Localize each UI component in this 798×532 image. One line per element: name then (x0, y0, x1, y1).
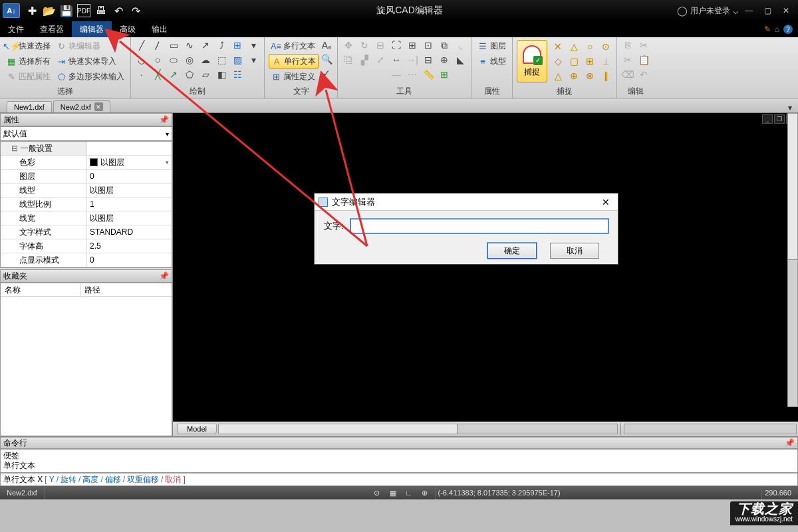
attdef-button[interactable]: ⊞属性定义 (269, 69, 319, 84)
quick-select-button[interactable]: ↖⚡快速选择 (4, 39, 53, 53)
arc-icon[interactable]: ◡ (135, 53, 148, 66)
canvas-min-icon[interactable]: _ (762, 114, 773, 124)
h-scrollbar-left[interactable] (218, 424, 618, 434)
dialog-titlebar[interactable]: 文字编辑器 ✕ (315, 194, 618, 211)
ellipse-icon[interactable]: ⬭ (167, 53, 180, 66)
revcloud-icon[interactable]: ☁ (199, 53, 212, 66)
prop-row[interactable]: 线型以图层 (1, 184, 172, 198)
line-icon[interactable]: ╱ (135, 39, 148, 52)
circle-icon[interactable]: ○ (151, 53, 164, 66)
point-icon[interactable]: · (135, 68, 148, 81)
save-icon[interactable]: 💾 (60, 4, 73, 17)
snap-tan-icon[interactable]: △ (551, 69, 565, 82)
menu-editor[interactable]: 编辑器 (72, 21, 112, 37)
xline-icon[interactable]: ╳ (151, 68, 164, 81)
snap-end-icon[interactable]: ✕ (551, 40, 565, 53)
measure-icon[interactable]: 📏 (422, 68, 435, 81)
prop-group-header[interactable]: 一般设置 (1, 142, 172, 156)
close-icon[interactable]: ✕ (778, 6, 794, 15)
polygon2-icon[interactable]: ⬠ (183, 68, 196, 81)
group-icon[interactable]: ⊞ (438, 68, 451, 81)
vertical-scrollbar[interactable] (787, 113, 798, 407)
ray-icon[interactable]: ↗ (167, 68, 180, 81)
table-icon[interactable]: ☷ (231, 68, 244, 81)
poly-entity-input-button[interactable]: ⬠多边形实体输入 (54, 69, 126, 84)
doc-tab[interactable]: New2.dxf✕ (53, 100, 110, 112)
style-icon[interactable]: ✎ (764, 25, 771, 34)
favorites-col-path[interactable]: 路径 (80, 283, 104, 296)
fast-entity-import-button[interactable]: ⇥快速实体导入 (54, 54, 126, 68)
break-icon[interactable]: ⊟ (422, 53, 435, 66)
hatch-drop-icon[interactable]: ▾ (247, 53, 260, 66)
snap-int-icon[interactable]: ▢ (567, 55, 581, 68)
snap-quad-icon[interactable]: ◇ (551, 55, 565, 68)
stext-button[interactable]: A单行文本 (269, 54, 319, 68)
cancel-button[interactable]: 取消 (550, 243, 599, 259)
snap-cen-icon[interactable]: ○ (583, 40, 597, 53)
boundary-icon[interactable]: ◧ (215, 68, 228, 81)
command-prompt[interactable]: 单行文本 X [ Y/ 旋转/ 高度/ 偏移/ 双重偏移/ 取消 ] (0, 473, 798, 486)
snap-near-icon[interactable]: ⊕ (567, 69, 581, 82)
rect-icon[interactable]: ▭ (167, 39, 180, 52)
user-chevron-icon[interactable]: ⌵ (733, 5, 738, 16)
array-icon[interactable]: ⊡ (422, 39, 435, 52)
status-grid-icon[interactable]: ▦ (387, 489, 399, 497)
pdf-icon[interactable]: PDF (77, 4, 90, 17)
menu-advanced[interactable]: 高级 (112, 21, 144, 37)
polyline-icon[interactable]: 〳 (151, 39, 164, 52)
status-ortho-icon[interactable]: ∟ (403, 489, 415, 497)
drawing-canvas[interactable]: _ ❐ ✕ (173, 113, 798, 422)
select-all-button[interactable]: ▦选择所有 (4, 54, 53, 68)
print-icon[interactable]: 🖶 (94, 4, 108, 17)
snap-perp-icon[interactable]: ⟂ (599, 55, 612, 68)
snap-ins-icon[interactable]: ⊞ (583, 55, 597, 68)
prop-row[interactable]: 图层0 (1, 170, 172, 184)
snap-app-icon[interactable]: ⊗ (583, 69, 597, 82)
layer-button[interactable]: ☰图层 (475, 39, 508, 53)
leader-icon[interactable]: ↗ (199, 39, 212, 52)
h-scrollbar-right[interactable] (624, 424, 797, 434)
dim-drop-icon[interactable]: ▾ (247, 39, 260, 52)
prop-row[interactable]: 线宽以图层 (1, 211, 172, 225)
leader2-icon[interactable]: ⤴ (215, 39, 228, 52)
hatch-icon[interactable]: ▨ (231, 53, 244, 66)
ok-button[interactable]: 确定 (487, 243, 537, 259)
find-icon[interactable]: 🔍 (320, 53, 333, 66)
textstyle-icon[interactable]: Aₐ (320, 39, 333, 52)
prop-row[interactable]: 线型比例1 (1, 198, 172, 211)
menu-output[interactable]: 输出 (144, 21, 176, 37)
doc-tab[interactable]: New1.dxf (7, 101, 52, 112)
offset-icon[interactable]: ⧉ (438, 39, 451, 52)
status-snap-icon[interactable]: ⊙ (371, 489, 383, 497)
user-label[interactable]: 用户未登录 (690, 5, 730, 17)
tabs-overflow-icon[interactable]: ▾ (785, 103, 795, 112)
wipeout-icon[interactable]: ⬚ (215, 53, 228, 66)
model-tab[interactable]: Model (177, 424, 217, 434)
status-polar-icon[interactable]: ⊕ (419, 489, 431, 497)
prop-row[interactable]: 色彩以图层▾ (1, 156, 172, 170)
user-icon[interactable]: ◯ (677, 5, 688, 16)
snap-par-icon[interactable]: ∥ (599, 69, 612, 82)
spell-icon[interactable]: ✓ (320, 66, 333, 80)
region-icon[interactable]: ▱ (199, 68, 212, 81)
dialog-close-icon[interactable]: ✕ (598, 196, 614, 209)
menu-file[interactable]: 文件 (0, 21, 32, 37)
snap-button[interactable]: 捕捉 (517, 40, 547, 82)
home-icon[interactable]: ⌂ (775, 25, 779, 34)
prop-row[interactable]: 文字样式STANDARD (1, 225, 172, 239)
pin-icon[interactable]: 📌 (785, 438, 795, 448)
snap-mid-icon[interactable]: △ (567, 40, 581, 53)
undo-icon[interactable]: ↶ (112, 4, 125, 17)
new-icon[interactable]: ✚ (25, 4, 39, 17)
mtext-button[interactable]: A≡多行文本 (269, 39, 319, 53)
snap-node-icon[interactable]: ⊙ (599, 40, 612, 53)
text-input[interactable] (350, 219, 608, 233)
explode-icon[interactable]: ⛶ (390, 39, 403, 52)
tab-close-icon[interactable]: ✕ (94, 102, 103, 111)
menu-viewer[interactable]: 查看器 (32, 21, 72, 37)
canvas-restore-icon[interactable]: ❐ (774, 114, 785, 124)
paste-spec-icon[interactable]: 📋 (637, 53, 650, 66)
chamfer-icon[interactable]: ◣ (454, 53, 467, 66)
redo-icon[interactable]: ↷ (129, 4, 142, 17)
linetype-button[interactable]: ≡线型 (475, 54, 508, 68)
